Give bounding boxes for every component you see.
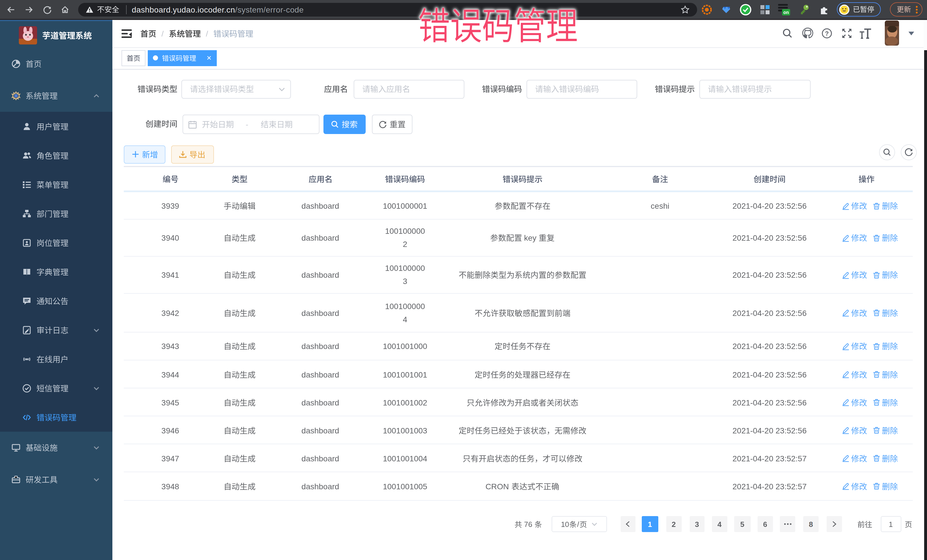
svg-text:?: ? xyxy=(825,30,828,37)
svg-text:on: on xyxy=(783,10,789,15)
